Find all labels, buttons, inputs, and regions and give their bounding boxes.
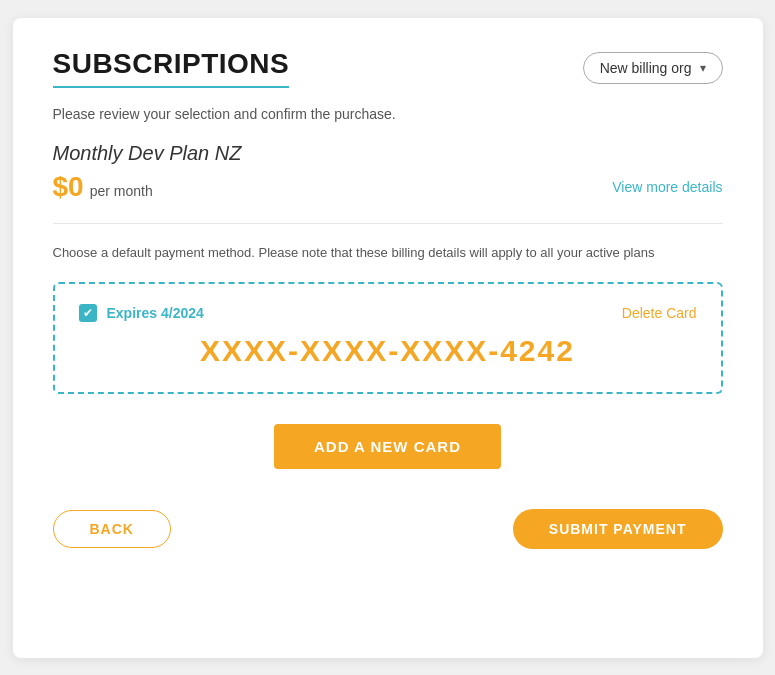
- price-row: $0 per month View more details: [53, 171, 723, 203]
- card-header: ✔ Expires 4/2024 Delete Card: [79, 304, 697, 322]
- page-header: SUBSCRIPTIONS New billing org ▾: [53, 48, 723, 88]
- price-block: $0 per month: [53, 171, 153, 203]
- plan-name: Monthly Dev Plan NZ: [53, 142, 723, 165]
- footer-actions: BACK SUBMIT PAYMENT: [53, 509, 723, 549]
- card-checkbox[interactable]: ✔: [79, 304, 97, 322]
- expires-label: Expires 4/2024: [107, 305, 204, 321]
- back-button[interactable]: BACK: [53, 510, 171, 548]
- billing-org-label: New billing org: [600, 60, 692, 76]
- billing-org-button[interactable]: New billing org ▾: [583, 52, 723, 84]
- price-amount: $0: [53, 171, 84, 203]
- payment-notice: Choose a default payment method. Please …: [53, 244, 723, 262]
- card-number: XXXX-XXXX-XXXX-4242: [79, 334, 697, 368]
- divider: [53, 223, 723, 224]
- submit-payment-button[interactable]: SUBMIT PAYMENT: [513, 509, 723, 549]
- main-container: SUBSCRIPTIONS New billing org ▾ Please r…: [13, 18, 763, 658]
- chevron-down-icon: ▾: [700, 61, 706, 75]
- card-box: ✔ Expires 4/2024 Delete Card XXXX-XXXX-X…: [53, 282, 723, 394]
- page-title: SUBSCRIPTIONS: [53, 48, 290, 88]
- view-details-link[interactable]: View more details: [612, 179, 722, 195]
- delete-card-button[interactable]: Delete Card: [622, 305, 697, 321]
- add-new-card-button[interactable]: ADD A NEW CARD: [274, 424, 501, 469]
- price-period: per month: [90, 183, 153, 199]
- card-header-left: ✔ Expires 4/2024: [79, 304, 204, 322]
- subtitle-text: Please review your selection and confirm…: [53, 106, 723, 122]
- checkmark-icon: ✔: [83, 307, 93, 319]
